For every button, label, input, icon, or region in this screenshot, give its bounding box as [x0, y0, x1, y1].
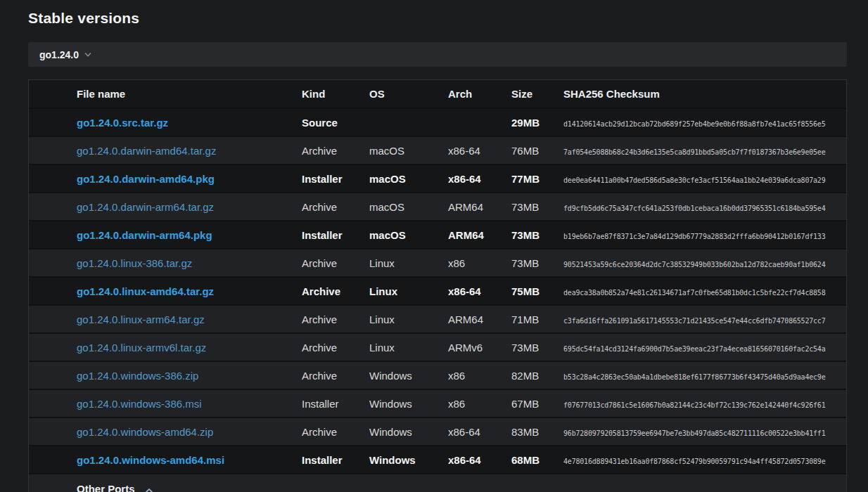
column-header-os: OS	[369, 80, 448, 108]
sha256-cell: d14120614acb29d12bcab72bd689f257eb4be9e0…	[563, 108, 846, 136]
sha256-cell: dea9ca38a0b852a74e81c26134671af7c0fbe65d…	[563, 277, 846, 305]
os-cell: Linux	[369, 333, 448, 361]
kind-cell: Installer	[302, 164, 369, 193]
size-cell: 71MB	[511, 305, 563, 333]
table-row: go1.24.0.linux-arm64.tar.gz Archive Linu…	[29, 305, 846, 333]
size-cell: 73MB	[511, 333, 563, 361]
os-cell: Windows	[369, 389, 448, 417]
sha256-cell: dee0ea64411a00b47ded586d5a8e30cfe3acf515…	[563, 164, 846, 193]
file-download-link[interactable]: go1.24.0.windows-amd64.msi	[77, 454, 224, 466]
kind-cell: Archive	[302, 136, 369, 164]
table-header-row: File name Kind OS Arch Size SHA256 Check…	[29, 80, 846, 108]
file-download-link[interactable]: go1.24.0.linux-armv6l.tar.gz	[77, 342, 206, 354]
arch-cell: ARM64	[448, 193, 511, 221]
arch-cell: x86-64	[448, 446, 511, 474]
arch-cell: x86-64	[448, 277, 511, 305]
file-download-link[interactable]: go1.24.0.linux-arm64.tar.gz	[77, 313, 205, 325]
size-cell: 67MB	[511, 389, 563, 417]
column-header-sha256: SHA256 Checksum	[563, 80, 846, 108]
file-download-link[interactable]: go1.24.0.darwin-amd64.tar.gz	[77, 145, 216, 157]
arch-cell: x86-64	[448, 136, 511, 164]
size-cell: 75MB	[511, 277, 563, 305]
arch-cell: x86	[448, 389, 511, 417]
os-cell: macOS	[369, 164, 448, 193]
chevron-down-icon	[84, 52, 91, 57]
sha256-value: c3fa6d16ffa261091a5617145553c71d21435ce5…	[563, 317, 826, 325]
table-row: go1.24.0.windows-386.msi Installer Windo…	[29, 389, 846, 417]
os-cell: macOS	[369, 193, 448, 221]
sha256-value: b53c28a4c2863ec50ab4a1dbebe818ef6177f867…	[563, 373, 826, 381]
arch-cell: x86	[448, 361, 511, 389]
os-cell: Linux	[369, 277, 448, 305]
size-cell: 29MB	[511, 108, 563, 136]
file-download-link[interactable]: go1.24.0.windows-386.zip	[77, 370, 198, 382]
sha256-value: 90521453a59c6ce20364d2dc7c38532949b033b6…	[563, 261, 826, 268]
file-download-link[interactable]: go1.24.0.darwin-arm64.tar.gz	[77, 201, 214, 213]
table-row: go1.24.0.linux-386.tar.gz Archive Linux …	[29, 249, 846, 277]
size-cell: 77MB	[511, 164, 563, 193]
size-cell: 73MB	[511, 249, 563, 277]
sha256-cell: 4e78016d889431eb16aa0f87868cf52479b90059…	[563, 446, 846, 474]
os-cell: macOS	[369, 136, 448, 164]
page-title: Stable versions	[28, 10, 847, 27]
size-cell: 83MB	[511, 417, 563, 446]
column-header-file-name: File name	[29, 80, 302, 108]
sha256-value: dea9ca38a0b852a74e81c26134671af7c0fbe65d…	[563, 289, 826, 297]
sha256-cell: f07677013cd7861c5e16067b0a82144c23c4bf72…	[563, 389, 846, 417]
kind-cell: Archive	[302, 417, 369, 446]
kind-cell: Installer	[302, 221, 369, 249]
table-row: go1.24.0.linux-amd64.tar.gz Archive Linu…	[29, 277, 846, 305]
sha256-cell: 7af054e5088b68c24b3d6e135e5ca8d91bbd5a05…	[563, 136, 846, 164]
file-download-link[interactable]: go1.24.0.linux-386.tar.gz	[77, 257, 192, 269]
arch-cell: ARM64	[448, 305, 511, 333]
file-download-link[interactable]: go1.24.0.darwin-arm64.pkg	[77, 229, 212, 241]
sha256-value: 695dc54fa14cd3124fa6900d7b5ae39eeac23f7a…	[563, 345, 826, 353]
sha256-value: f07677013cd7861c5e16067b0a82144c23c4bf72…	[563, 401, 826, 409]
os-cell: Linux	[369, 249, 448, 277]
other-ports-label: Other Ports	[77, 483, 135, 492]
sha256-value: b19eb6b7ae87f8371c3e7a84d129db67779a2883…	[563, 233, 826, 240]
size-cell: 82MB	[511, 361, 563, 389]
file-download-link[interactable]: go1.24.0.linux-amd64.tar.gz	[77, 285, 214, 297]
sha256-cell: fd9cfb5dd6c75a347cfc641a253f0db1cebaca16…	[563, 193, 846, 221]
file-download-link[interactable]: go1.24.0.windows-386.msi	[77, 398, 202, 410]
file-download-link[interactable]: go1.24.0.darwin-amd64.pkg	[77, 173, 215, 185]
table-row: go1.24.0.windows-amd64.msi Installer Win…	[29, 446, 846, 474]
arch-cell: x86-64	[448, 164, 511, 193]
arch-cell: x86	[448, 249, 511, 277]
table-row: go1.24.0.linux-armv6l.tar.gz Archive Lin…	[29, 333, 846, 361]
arch-cell: ARM64	[448, 221, 511, 249]
os-cell: macOS	[369, 221, 448, 249]
file-download-link[interactable]: go1.24.0.src.tar.gz	[77, 117, 168, 129]
os-cell: Linux	[369, 305, 448, 333]
arch-cell: x86-64	[448, 417, 511, 446]
sha256-cell: 90521453a59c6ce20364d2dc7c38532949b033b6…	[563, 249, 846, 277]
version-dropdown[interactable]: go1.24.0	[28, 42, 847, 67]
table-row: go1.24.0.darwin-arm64.pkg Installer macO…	[29, 221, 846, 249]
table-row: go1.24.0.darwin-amd64.tar.gz Archive mac…	[29, 136, 846, 164]
sha256-cell: 695dc54fa14cd3124fa6900d7b5ae39eeac23f7a…	[563, 333, 846, 361]
kind-cell: Archive	[302, 277, 369, 305]
kind-cell: Archive	[302, 193, 369, 221]
file-download-link[interactable]: go1.24.0.windows-amd64.zip	[77, 426, 213, 438]
kind-cell: Archive	[302, 333, 369, 361]
os-cell	[369, 108, 448, 136]
sha256-value: dee0ea64411a00b47ded586d5a8e30cfe3acf515…	[563, 176, 826, 184]
column-header-kind: Kind	[302, 80, 369, 108]
kind-cell: Installer	[302, 446, 369, 474]
os-cell: Windows	[369, 361, 448, 389]
other-ports-toggle[interactable]: Other Ports	[29, 474, 846, 492]
size-cell: 73MB	[511, 221, 563, 249]
sha256-cell: b53c28a4c2863ec50ab4a1dbebe818ef6177f867…	[563, 361, 846, 389]
column-header-size: Size	[511, 80, 563, 108]
size-cell: 73MB	[511, 193, 563, 221]
os-cell: Windows	[369, 446, 448, 474]
table-row: go1.24.0.darwin-arm64.tar.gz Archive mac…	[29, 193, 846, 221]
kind-cell: Source	[302, 108, 369, 136]
downloads-table: File name Kind OS Arch Size SHA256 Check…	[28, 79, 847, 492]
sha256-value: d14120614acb29d12bcab72bd689f257eb4be9e0…	[563, 120, 826, 128]
table-row: go1.24.0.src.tar.gz Source 29MB d1412061…	[29, 108, 846, 136]
table-row: go1.24.0.darwin-amd64.pkg Installer macO…	[29, 164, 846, 193]
downloads-table-body: go1.24.0.src.tar.gz Source 29MB d1412061…	[29, 108, 846, 474]
kind-cell: Archive	[302, 249, 369, 277]
